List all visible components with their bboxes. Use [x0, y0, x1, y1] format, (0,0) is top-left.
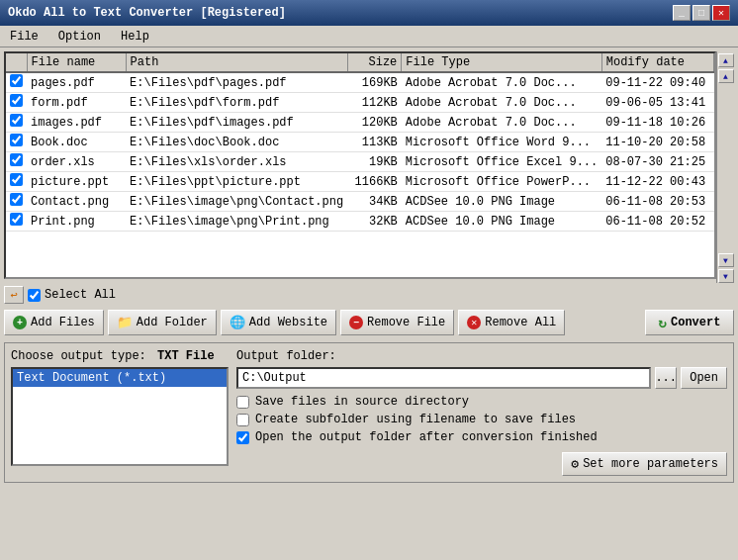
row-type: Microsoft Office PowerP...: [402, 172, 601, 192]
scroll-bottom-button[interactable]: ▼: [718, 269, 734, 283]
row-checkbox[interactable]: [10, 193, 23, 206]
row-name: Print.png: [27, 212, 126, 232]
table-header-row: File name Path Size File Type Modify dat…: [6, 53, 714, 72]
row-name: picture.ppt: [27, 172, 126, 192]
remove-all-icon: ✕: [467, 316, 481, 329]
row-checkbox-cell[interactable]: [6, 192, 27, 212]
row-size: 113KB: [347, 133, 402, 152]
gear-icon: ⚙: [571, 456, 579, 472]
add-folder-button[interactable]: 📁 Add Folder: [108, 310, 217, 335]
output-folder-row: ... Open: [236, 367, 727, 389]
menu-help[interactable]: Help: [115, 28, 155, 46]
maximize-button[interactable]: □: [692, 5, 710, 21]
remove-file-icon: −: [349, 316, 363, 329]
checkbox-row-3: Open the output folder after conversion …: [236, 430, 727, 444]
output-type-list[interactable]: Text Document (*.txt): [11, 367, 229, 466]
save-source-dir-checkbox[interactable]: [236, 396, 249, 409]
row-type: ACDSee 10.0 PNG Image: [402, 192, 601, 212]
output-folder-input[interactable]: [236, 367, 651, 389]
row-checkbox[interactable]: [10, 114, 23, 127]
table-row: Contact.png E:\Files\image\png\Contact.p…: [6, 192, 714, 212]
scroll-up-button[interactable]: ▲: [718, 69, 734, 83]
output-type-label: Choose output type: TXT File: [11, 349, 229, 363]
row-checkbox-cell[interactable]: [6, 172, 27, 192]
row-path: E:\Files\ppt\picture.ppt: [126, 172, 347, 192]
row-name: order.xls: [27, 152, 126, 172]
row-checkbox-cell[interactable]: [6, 133, 27, 152]
scroll-top-button[interactable]: ▲: [718, 53, 734, 67]
row-size: 32KB: [347, 212, 402, 232]
row-date: 11-10-20 20:58: [601, 133, 713, 152]
row-checkbox[interactable]: [10, 173, 23, 186]
convert-button[interactable]: ↻ Convert: [645, 310, 734, 335]
col-header-path: Path: [126, 53, 347, 72]
row-checkbox[interactable]: [10, 153, 23, 166]
table-row: form.pdf E:\Files\pdf\form.pdf 112KB Ado…: [6, 93, 714, 113]
close-button[interactable]: ✕: [712, 5, 730, 21]
save-source-dir-label[interactable]: Save files in source directory: [255, 395, 469, 409]
row-checkbox-cell[interactable]: [6, 72, 27, 93]
row-type: Adobe Acrobat 7.0 Doc...: [402, 113, 601, 133]
open-after-conversion-checkbox[interactable]: [236, 431, 249, 444]
menu-file[interactable]: File: [4, 28, 45, 46]
create-subfolder-label[interactable]: Create subfolder using filename to save …: [255, 413, 576, 426]
table-row: order.xls E:\Files\xls\order.xls 19KB Mi…: [6, 152, 714, 172]
row-checkbox-cell[interactable]: [6, 152, 27, 172]
browse-folder-button[interactable]: ...: [655, 367, 677, 389]
table-row: pages.pdf E:\Files\pdf\pages.pdf 169KB A…: [6, 72, 714, 93]
row-path: E:\Files\image\png\Print.png: [126, 212, 347, 232]
row-type: Adobe Acrobat 7.0 Doc...: [402, 72, 601, 93]
row-name: form.pdf: [27, 93, 126, 113]
menu-option[interactable]: Option: [52, 28, 107, 46]
row-checkbox[interactable]: [10, 134, 23, 146]
remove-all-button[interactable]: ✕ Remove All: [458, 310, 565, 335]
row-path: E:\Files\xls\order.xls: [126, 152, 347, 172]
row-size: 169KB: [347, 72, 402, 93]
open-folder-button[interactable]: Open: [681, 367, 727, 389]
add-website-icon: 🌐: [230, 315, 245, 330]
row-date: 06-11-08 20:52: [601, 212, 713, 232]
col-header-type: File Type: [402, 53, 601, 72]
row-checkbox[interactable]: [10, 94, 23, 107]
row-type: Adobe Acrobat 7.0 Doc...: [402, 93, 601, 113]
row-date: 09-06-05 13:41: [601, 93, 713, 113]
row-size: 112KB: [347, 93, 402, 113]
output-folder-label: Output folder:: [236, 349, 727, 363]
row-checkbox-cell[interactable]: [6, 212, 27, 232]
add-website-button[interactable]: 🌐 Add Website: [221, 310, 336, 335]
row-checkbox[interactable]: [10, 74, 23, 87]
add-files-button[interactable]: + Add Files: [4, 310, 104, 335]
row-name: Contact.png: [27, 192, 126, 212]
add-folder-icon: 📁: [117, 315, 133, 330]
remove-file-button[interactable]: − Remove File: [340, 310, 454, 335]
app-title: Okdo All to Text Converter [Registered]: [8, 6, 286, 20]
table-row: Book.doc E:\Files\doc\Book.doc 113KB Mic…: [6, 133, 714, 152]
select-all-label[interactable]: Select All: [45, 288, 116, 302]
minimize-button[interactable]: _: [673, 5, 691, 21]
row-type: Microsoft Office Excel 9...: [402, 152, 601, 172]
output-folder-panel: Output folder: ... Open Save files in so…: [236, 349, 727, 476]
file-table: File name Path Size File Type Modify dat…: [6, 53, 714, 232]
table-row: images.pdf E:\Files\pdf\images.pdf 120KB…: [6, 113, 714, 133]
table-row: Print.png E:\Files\image\png\Print.png 3…: [6, 212, 714, 232]
output-type-item[interactable]: Text Document (*.txt): [13, 369, 227, 387]
scroll-down-button[interactable]: ▼: [718, 253, 734, 267]
window-controls[interactable]: _ □ ✕: [673, 5, 730, 21]
toolbar-row: + Add Files 📁 Add Folder 🌐 Add Website −…: [4, 309, 734, 336]
row-checkbox[interactable]: [10, 213, 23, 226]
row-checkbox-cell[interactable]: [6, 113, 27, 133]
row-checkbox-cell[interactable]: [6, 93, 27, 113]
back-icon[interactable]: ↩: [4, 286, 24, 304]
create-subfolder-checkbox[interactable]: [236, 414, 249, 426]
file-table-container: File name Path Size File Type Modify dat…: [4, 51, 716, 279]
set-more-params-button[interactable]: ⚙ Set more parameters: [562, 452, 727, 476]
row-type: Microsoft Office Word 9...: [402, 133, 601, 152]
select-all-checkbox[interactable]: [28, 289, 41, 302]
row-path: E:\Files\pdf\form.pdf: [126, 93, 347, 113]
col-header-size: Size: [347, 53, 402, 72]
select-all-row: ↩ Select All: [4, 285, 734, 305]
table-row: picture.ppt E:\Files\ppt\picture.ppt 116…: [6, 172, 714, 192]
open-after-conversion-label[interactable]: Open the output folder after conversion …: [255, 430, 598, 444]
col-header-checkbox: [6, 53, 27, 72]
add-files-icon: +: [13, 316, 27, 329]
